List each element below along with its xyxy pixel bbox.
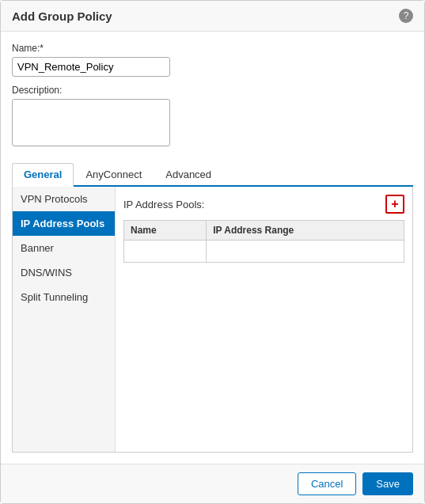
sidebar-item-split-tunneling[interactable]: Split Tunneling [13, 285, 115, 309]
tab-advanced[interactable]: Advanced [154, 163, 223, 187]
tab-content: VPN Protocols IP Address Pools Banner DN… [12, 187, 413, 453]
empty-table-row [124, 241, 404, 263]
ip-pools-table: Name IP Address Range [123, 220, 404, 263]
tab-anyconnect[interactable]: AnyConnect [74, 163, 154, 187]
dialog-header: Add Group Policy ? [1, 1, 424, 32]
add-group-policy-dialog: Add Group Policy ? Name:* Description: G… [0, 0, 425, 504]
cancel-button[interactable]: Cancel [298, 472, 356, 495]
description-input[interactable] [12, 99, 170, 146]
description-field-group: Description: [12, 85, 413, 149]
ip-pools-title: IP Address Pools: [123, 199, 204, 210]
sidebar-item-ip-address-pools[interactable]: IP Address Pools [13, 211, 115, 236]
name-label: Name:* [12, 43, 413, 54]
description-label: Description: [12, 85, 413, 96]
dialog-body: Name:* Description: General AnyConnect A… [1, 32, 424, 464]
name-input[interactable] [12, 57, 170, 77]
sidebar-item-banner[interactable]: Banner [13, 236, 115, 260]
sidebar-item-vpn-protocols[interactable]: VPN Protocols [13, 187, 115, 211]
help-icon[interactable]: ? [399, 9, 413, 23]
dialog-title: Add Group Policy [12, 9, 112, 23]
sidebar: VPN Protocols IP Address Pools Banner DN… [13, 187, 116, 452]
ip-pools-section-header: IP Address Pools: + [123, 195, 404, 214]
name-field-group: Name:* [12, 43, 413, 77]
tabs-container: General AnyConnect Advanced [12, 163, 413, 187]
add-ip-pool-button[interactable]: + [385, 195, 404, 214]
save-button[interactable]: Save [362, 472, 413, 495]
dialog-footer: Cancel Save [1, 464, 424, 503]
main-content-area: IP Address Pools: + Name IP Address Rang… [116, 187, 412, 452]
col-ip-range: IP Address Range [207, 221, 404, 241]
sidebar-item-dns-wins[interactable]: DNS/WINS [13, 260, 115, 285]
col-name: Name [124, 221, 207, 241]
tab-general[interactable]: General [12, 163, 74, 187]
